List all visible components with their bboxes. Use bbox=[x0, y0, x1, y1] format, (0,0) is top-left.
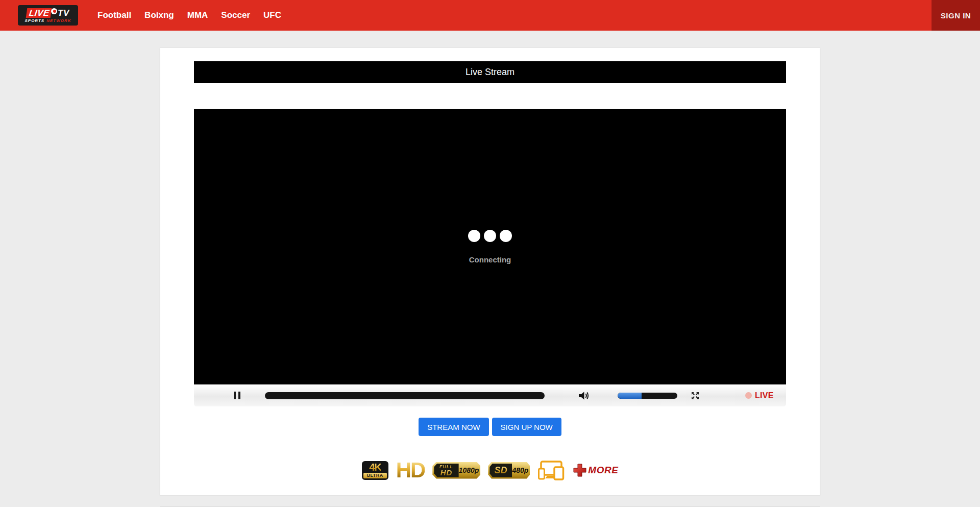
badge-1080p-text: 1080p bbox=[459, 464, 479, 477]
loading-dot bbox=[468, 230, 480, 242]
logo-line2: SPORTS NETWORK bbox=[24, 19, 71, 23]
logo-network-text: NETWORK bbox=[46, 19, 71, 23]
badge-full-hd-label: FULL HD bbox=[434, 464, 458, 477]
badge-sd-text: SD bbox=[495, 466, 507, 475]
more-text: MORE bbox=[588, 465, 618, 476]
logo-tv-text: TV bbox=[58, 9, 69, 17]
cta-buttons: STREAM NOW SIGN UP NOW bbox=[194, 418, 786, 436]
badge-ultra-text: ULTRA bbox=[363, 473, 387, 478]
site-logo[interactable]: LIVE TV SPORTS NETWORK bbox=[18, 5, 78, 26]
logo-sports-text: SPORTS bbox=[24, 19, 44, 23]
badge-sd-label: SD bbox=[489, 464, 512, 477]
nav-item-boixng[interactable]: Boixng bbox=[138, 10, 181, 20]
stream-card: Live Stream Connecting bbox=[160, 47, 820, 495]
fullscreen-button[interactable] bbox=[690, 391, 700, 401]
badge-4k-ultra: 4K ULTRA bbox=[362, 461, 388, 480]
volume-level bbox=[618, 393, 642, 399]
video-player: Connecting bbox=[194, 109, 786, 406]
nav-item-football[interactable]: Football bbox=[91, 10, 138, 20]
volume-icon[interactable] bbox=[578, 391, 590, 401]
main-menu: Football Boixng MMA Soccer UFC bbox=[91, 10, 288, 20]
loading-dot bbox=[484, 230, 496, 242]
plus-more-badge: MORE bbox=[573, 463, 618, 477]
video-screen[interactable]: Connecting bbox=[194, 109, 786, 384]
connecting-status-text: Connecting bbox=[469, 255, 511, 264]
logo-line1: LIVE TV bbox=[27, 8, 69, 18]
sign-in-button[interactable]: SIGN IN bbox=[932, 0, 980, 31]
badge-hd: HD bbox=[396, 461, 425, 480]
volume-slider[interactable] bbox=[618, 393, 677, 399]
seek-bar[interactable] bbox=[265, 392, 545, 399]
nav-item-soccer[interactable]: Soccer bbox=[214, 10, 257, 20]
plus-icon bbox=[573, 463, 587, 477]
live-label: LIVE bbox=[755, 391, 774, 400]
devices-multiscreen-icon bbox=[537, 460, 565, 480]
quality-badges-row: 4K ULTRA HD FULL HD 1080p SD 480p bbox=[194, 460, 786, 480]
badge-4k-text: 4K bbox=[369, 462, 381, 473]
badge-480p-text: 480p bbox=[512, 464, 528, 477]
logo-live-text: LIVE bbox=[26, 8, 52, 18]
loading-dots-icon bbox=[468, 230, 512, 242]
stream-now-button[interactable]: STREAM NOW bbox=[419, 418, 488, 436]
badge-sd-480p: SD 480p bbox=[488, 462, 530, 479]
nav-item-mma[interactable]: MMA bbox=[181, 10, 215, 20]
logo-lens-icon bbox=[51, 8, 57, 14]
player-control-bar: LIVE bbox=[194, 384, 786, 406]
live-dot-icon bbox=[745, 392, 752, 399]
loading-dot bbox=[500, 230, 512, 242]
stream-title-bar: Live Stream bbox=[194, 61, 786, 83]
nav-item-ufc[interactable]: UFC bbox=[257, 10, 288, 20]
sign-up-now-button[interactable]: SIGN UP NOW bbox=[492, 418, 561, 436]
badge-full-hd-1080p: FULL HD 1080p bbox=[432, 462, 480, 479]
pause-button[interactable] bbox=[234, 392, 240, 399]
live-indicator: LIVE bbox=[745, 391, 774, 400]
badge-hd-text: HD bbox=[440, 469, 453, 476]
top-navbar: LIVE TV SPORTS NETWORK Football Boixng M… bbox=[0, 0, 980, 31]
